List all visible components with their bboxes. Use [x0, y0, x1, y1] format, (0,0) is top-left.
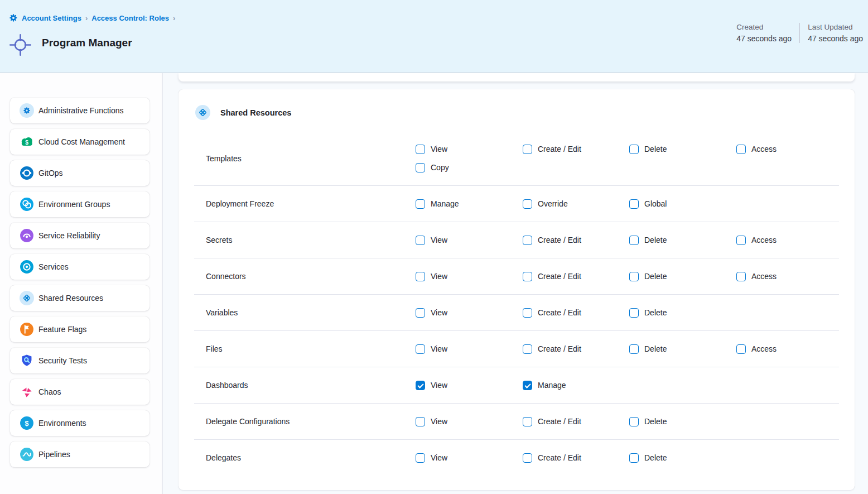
permission-label: Delete [644, 415, 667, 428]
section-header: Shared Resources [179, 89, 855, 131]
permission-delegates-create-edit[interactable]: Create / Edit [523, 452, 629, 464]
sidebar-item-services[interactable]: Services [10, 254, 150, 280]
permission-secrets-view[interactable]: View [416, 234, 523, 246]
checkbox-delegate-configurations-view[interactable] [416, 417, 425, 426]
permission-variables-view[interactable]: View [416, 306, 523, 319]
permission-delegate-configurations-create-edit[interactable]: Create / Edit [523, 415, 629, 428]
checkbox-secrets-view[interactable] [416, 236, 425, 245]
page-header: Account Settings › Access Control: Roles… [0, 0, 868, 73]
permission-connectors-view[interactable]: View [416, 270, 523, 282]
checkbox-templates-access[interactable] [736, 145, 746, 154]
checkbox-delegate-configurations-delete[interactable] [629, 417, 639, 426]
checkbox-files-access[interactable] [736, 344, 746, 354]
checkbox-templates-copy[interactable] [416, 163, 425, 172]
permission-delegate-configurations-view[interactable]: View [416, 415, 523, 428]
permission-cell: Delete [629, 415, 736, 428]
checkbox-deployment-freeze-override[interactable] [523, 199, 532, 209]
permission-variables-delete[interactable]: Delete [629, 306, 736, 319]
permission-cell: Access [736, 343, 839, 355]
permission-files-access[interactable]: Access [736, 343, 839, 355]
permission-connectors-access[interactable]: Access [736, 270, 839, 282]
meta-divider [799, 23, 800, 43]
sidebar-item-service-reliability[interactable]: Service Reliability [10, 223, 150, 248]
checkbox-secrets-delete[interactable] [629, 236, 639, 245]
permission-deployment-freeze-global[interactable]: Global [629, 198, 736, 210]
checkbox-variables-create-edit[interactable] [523, 308, 532, 318]
permission-label: Manage [538, 379, 566, 391]
checkbox-deployment-freeze-manage[interactable] [416, 199, 425, 209]
pipelines-icon [20, 447, 34, 462]
permission-secrets-create-edit[interactable]: Create / Edit [523, 234, 629, 246]
permission-templates-delete[interactable]: Delete [629, 143, 736, 155]
permission-secrets-access[interactable]: Access [736, 234, 839, 246]
checkbox-delegates-create-edit[interactable] [523, 453, 532, 463]
permission-files-view[interactable]: View [416, 343, 523, 355]
permission-connectors-delete[interactable]: Delete [629, 270, 736, 282]
permission-delegate-configurations-delete[interactable]: Delete [629, 415, 736, 428]
checkbox-delegate-configurations-create-edit[interactable] [523, 417, 532, 426]
checkbox-connectors-access[interactable] [736, 272, 746, 281]
permission-secrets-delete[interactable]: Delete [629, 234, 736, 246]
checkbox-files-delete[interactable] [629, 344, 639, 354]
permissions-table: TemplatesViewCopyCreate / EditDeleteAcce… [179, 131, 855, 476]
permission-dashboards-view[interactable]: View [416, 379, 523, 391]
sidebar-item-environment-groups[interactable]: Environment Groups [10, 191, 150, 217]
permission-dashboards-manage[interactable]: Manage [523, 379, 629, 391]
sidebar-item-cloud-cost-management[interactable]: Cloud Cost Management [10, 129, 150, 155]
checkbox-variables-view[interactable] [416, 308, 425, 318]
chaos-icon [20, 385, 34, 399]
checkbox-delegates-delete[interactable] [629, 453, 639, 463]
checkbox-secrets-create-edit[interactable] [523, 236, 532, 245]
permission-label: View [431, 270, 447, 282]
sidebar-item-administrative-functions[interactable]: Administrative Functions [10, 98, 150, 123]
permission-cell: Manage [523, 379, 629, 391]
permission-connectors-create-edit[interactable]: Create / Edit [523, 270, 629, 282]
permission-deployment-freeze-manage[interactable]: Manage [416, 198, 523, 210]
checkbox-templates-delete[interactable] [629, 145, 639, 154]
sidebar-item-pipelines[interactable]: Pipelines [10, 442, 150, 467]
permission-cell: Create / Edit [523, 306, 629, 319]
previous-section-card-edge [179, 73, 855, 81]
sidebar-item-chaos[interactable]: Chaos [10, 379, 150, 405]
permission-templates-view[interactable]: View [416, 143, 523, 155]
permission-label: View [431, 343, 447, 355]
permission-templates-access[interactable]: Access [736, 143, 839, 155]
permission-label: Create / Edit [538, 306, 581, 319]
sidebar-item-feature-flags[interactable]: Feature Flags [10, 316, 150, 342]
sidebar-item-shared-resources[interactable]: Shared Resources [10, 285, 150, 311]
checkbox-files-create-edit[interactable] [523, 344, 532, 354]
checkbox-secrets-access[interactable] [736, 236, 746, 245]
permission-deployment-freeze-override[interactable]: Override [523, 198, 629, 210]
checkbox-files-view[interactable] [416, 344, 425, 354]
sidebar-item-environments[interactable]: Environments [10, 410, 150, 436]
permission-delegates-view[interactable]: View [416, 452, 523, 464]
permission-label: Copy [431, 161, 449, 174]
shared-resources-icon [195, 105, 210, 120]
checkbox-dashboards-view[interactable] [416, 381, 425, 390]
checkbox-variables-delete[interactable] [629, 308, 639, 318]
last-updated-label: Last Updated [808, 23, 863, 31]
checkbox-connectors-create-edit[interactable] [523, 272, 532, 281]
checkbox-connectors-delete[interactable] [629, 272, 639, 281]
permission-delegates-delete[interactable]: Delete [629, 452, 736, 464]
sidebar-item-label: Feature Flags [38, 325, 86, 334]
checkbox-connectors-view[interactable] [416, 272, 425, 281]
permission-label: Delete [644, 143, 667, 155]
checkbox-dashboards-manage[interactable] [523, 381, 532, 390]
checkbox-templates-view[interactable] [416, 145, 425, 154]
checkbox-delegates-view[interactable] [416, 453, 425, 463]
permission-templates-copy[interactable]: Copy [416, 161, 523, 174]
permission-row-deployment-freeze: Deployment FreezeManageOverrideGlobal [194, 185, 839, 222]
sidebar-item-security-tests[interactable]: Security Tests [10, 348, 150, 373]
permission-files-create-edit[interactable]: Create / Edit [523, 343, 629, 355]
breadcrumb-access-control-roles[interactable]: Access Control: Roles [91, 14, 169, 22]
permission-label: Delete [644, 452, 667, 464]
sidebar-item-gitops[interactable]: GitOps [10, 160, 150, 186]
permission-variables-create-edit[interactable]: Create / Edit [523, 306, 629, 319]
permission-files-delete[interactable]: Delete [629, 343, 736, 355]
checkbox-deployment-freeze-global[interactable] [629, 199, 639, 209]
permission-cell: View [416, 452, 523, 464]
permission-templates-create-edit[interactable]: Create / Edit [523, 143, 629, 155]
checkbox-templates-create-edit[interactable] [523, 145, 532, 154]
breadcrumb-account-settings[interactable]: Account Settings [22, 14, 81, 22]
